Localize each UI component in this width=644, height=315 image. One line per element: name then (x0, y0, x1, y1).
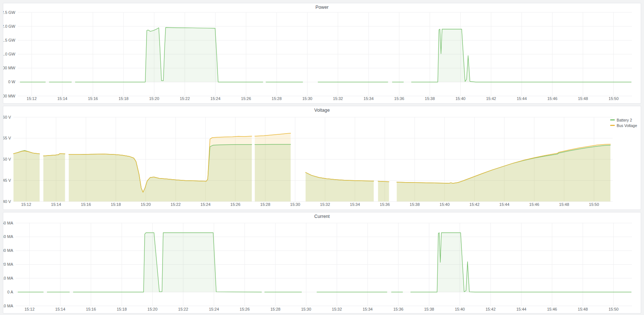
x-axis-label: 15:28 (260, 202, 270, 207)
panel-voltage: Voltage 60 V55 V50 V45 V40 V15:1215:1415… (3, 106, 641, 210)
x-axis-label: 15:40 (440, 202, 450, 207)
x-axis-label: 15:32 (333, 96, 343, 101)
current-gridlines (16, 223, 632, 306)
x-axis-label: 15:12 (21, 202, 31, 207)
x-axis-label: 15:36 (380, 202, 390, 207)
x-axis-label: 15:34 (350, 202, 360, 207)
y-axis-label: 1.0 GW (3, 52, 16, 56)
current-axes: 50 MA40 MA30 MA20 MA10 MA0 A-10 MA15:121… (3, 221, 618, 312)
panel-current: Current 50 MA40 MA30 MA20 MA10 MA0 A-10 … (3, 212, 641, 314)
x-axis-label: 15:18 (118, 96, 129, 101)
y-axis-label: 50 V (3, 157, 11, 161)
x-axis-label: 15:26 (241, 96, 251, 101)
panel-power: Power 2.5 GW2.0 GW1.5 GW1.0 GW500 MW0 W-… (3, 3, 641, 104)
x-axis-label: 15:20 (149, 96, 159, 101)
x-axis-label: 15:36 (393, 307, 403, 311)
panel-title-voltage[interactable]: Voltage (3, 108, 641, 113)
x-axis-label: 15:36 (394, 96, 405, 101)
panel-title-current[interactable]: Current (3, 214, 641, 219)
x-axis-label: 15:44 (517, 96, 527, 101)
x-axis-label: 15:50 (609, 307, 619, 311)
y-axis-label: 45 V (3, 178, 11, 183)
x-axis-label: 15:16 (81, 202, 91, 207)
legend-label-bus-voltage: Bus Voltage (617, 123, 637, 128)
legend-item-bus-voltage[interactable]: Bus Voltage (610, 123, 637, 128)
x-axis-label: 15:48 (578, 307, 588, 311)
series-line-current (18, 233, 631, 292)
y-axis-label: 30 MA (3, 248, 13, 253)
panel-title-power[interactable]: Power (3, 5, 641, 10)
y-axis-label: 60 V (3, 115, 11, 119)
y-axis-label: -500 MW (3, 94, 16, 98)
y-axis-label: 0 A (7, 290, 13, 294)
x-axis-label: 15:12 (27, 96, 37, 101)
x-axis-label: 15:18 (111, 202, 121, 207)
x-axis-label: 15:24 (209, 307, 219, 311)
x-axis-label: 15:30 (302, 96, 312, 101)
x-axis-label: 15:22 (180, 96, 190, 101)
x-axis-label: 15:48 (578, 96, 588, 101)
voltage-chart-canvas[interactable]: 60 V55 V50 V45 V40 V15:1215:1415:1615:18… (3, 106, 641, 210)
x-axis-label: 15:14 (51, 202, 61, 207)
x-axis-label: 15:12 (24, 307, 35, 311)
x-axis-label: 15:30 (290, 202, 300, 207)
y-axis-label: 40 MA (3, 234, 13, 239)
x-axis-label: 15:42 (469, 202, 480, 207)
power-axes: 2.5 GW2.0 GW1.5 GW1.0 GW500 MW0 W-500 MW… (3, 10, 618, 101)
series-area-power (20, 27, 631, 82)
x-axis-label: 15:16 (88, 96, 98, 101)
y-axis-label: 50 MA (3, 221, 13, 225)
x-axis-label: 15:38 (424, 307, 434, 311)
series-area-current (18, 233, 631, 292)
y-axis-label: 1.5 GW (3, 38, 16, 42)
power-chart-canvas[interactable]: 2.5 GW2.0 GW1.5 GW1.0 GW500 MW0 W-500 MW… (3, 3, 641, 104)
x-axis-label: 15:20 (141, 202, 151, 207)
x-axis-label: 15:24 (210, 96, 220, 101)
y-axis-label: 500 MW (3, 66, 16, 70)
series-area-bus-voltage (13, 133, 610, 201)
y-axis-label: -10 MA (3, 304, 13, 308)
x-axis-label: 15:22 (171, 202, 181, 207)
x-axis-label: 15:46 (547, 96, 558, 101)
x-axis-label: 15:44 (499, 202, 510, 207)
x-axis-label: 15:34 (363, 307, 373, 311)
y-axis-label: 40 V (3, 199, 11, 204)
x-axis-label: 15:32 (320, 202, 330, 207)
voltage-legend: Battery 2 Bus Voltage (610, 117, 637, 128)
x-axis-label: 15:44 (516, 307, 527, 311)
y-axis-label: 20 MA (3, 262, 13, 266)
y-axis-label: 2.0 GW (3, 24, 16, 28)
series-line-power (20, 27, 631, 82)
x-axis-label: 15:38 (410, 202, 420, 207)
legend-swatch-battery2 (610, 119, 615, 120)
y-axis-label: 10 MA (3, 276, 13, 280)
x-axis-label: 15:14 (55, 307, 66, 311)
x-axis-label: 15:22 (178, 307, 188, 311)
x-axis-label: 15:42 (486, 96, 496, 101)
x-axis-label: 15:50 (609, 96, 619, 101)
x-axis-label: 15:50 (589, 202, 599, 207)
power-gridlines (18, 12, 632, 96)
x-axis-label: 15:14 (57, 96, 67, 101)
grafana-dashboard: { "dashboard": { "theme_colors": { "page… (0, 0, 644, 315)
legend-item-battery2[interactable]: Battery 2 (610, 117, 637, 123)
x-axis-label: 15:26 (230, 202, 241, 207)
x-axis-label: 15:38 (425, 96, 435, 101)
x-axis-label: 15:24 (200, 202, 211, 207)
x-axis-label: 15:48 (559, 202, 569, 207)
x-axis-label: 15:28 (272, 96, 282, 101)
y-axis-label: 2.5 GW (3, 10, 16, 15)
x-axis-label: 15:46 (529, 202, 539, 207)
current-chart-canvas[interactable]: 50 MA40 MA30 MA20 MA10 MA0 A-10 MA15:121… (3, 212, 641, 314)
x-axis-label: 15:42 (485, 307, 496, 311)
y-axis-label: 0 W (8, 80, 15, 84)
y-axis-label: 55 V (3, 136, 11, 140)
legend-swatch-bus-voltage (610, 125, 615, 126)
x-axis-label: 15:16 (86, 307, 96, 311)
x-axis-label: 15:18 (117, 307, 127, 311)
x-axis-label: 15:26 (240, 307, 250, 311)
x-axis-label: 15:46 (547, 307, 557, 311)
legend-label-battery2: Battery 2 (617, 118, 632, 122)
x-axis-label: 15:30 (301, 307, 311, 311)
x-axis-label: 15:40 (456, 96, 466, 101)
